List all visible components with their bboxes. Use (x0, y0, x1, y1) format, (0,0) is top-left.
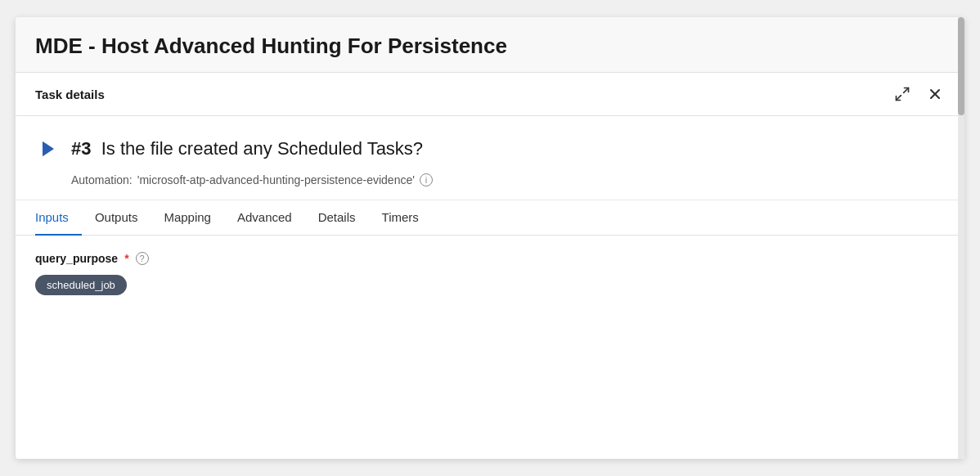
expand-button[interactable] (892, 84, 912, 104)
tab-mapping[interactable]: Mapping (151, 200, 224, 236)
panel-title: MDE - Host Advanced Hunting For Persiste… (35, 34, 945, 59)
tab-advanced[interactable]: Advanced (224, 200, 305, 236)
field-label: query_purpose (35, 252, 118, 265)
svg-marker-4 (43, 141, 54, 157)
inputs-content: query_purpose * ? scheduled_job (16, 236, 964, 459)
task-details-icons (892, 84, 945, 104)
tabs-bar: Inputs Outputs Mapping Advanced Details … (16, 200, 964, 236)
task-details-bar: Task details (16, 73, 964, 116)
scrollbar-thumb[interactable] (958, 17, 964, 115)
tab-inputs[interactable]: Inputs (35, 200, 82, 236)
automation-info-icon[interactable]: i (420, 173, 433, 186)
svg-line-0 (904, 88, 909, 93)
task-panel: MDE - Host Advanced Hunting For Persiste… (16, 17, 964, 459)
field-help-icon[interactable]: ? (136, 252, 149, 265)
tag-pill-scheduled-job[interactable]: scheduled_job (35, 275, 127, 295)
scrollbar-track[interactable] (958, 17, 964, 459)
panel-header: MDE - Host Advanced Hunting For Persiste… (16, 17, 964, 73)
close-button[interactable] (925, 84, 945, 104)
automation-name: 'microsoft-atp-advanced-hunting-persiste… (137, 173, 415, 186)
task-details-label: Task details (35, 88, 105, 101)
task-number-row: #3 Is the file created any Scheduled Tas… (35, 136, 945, 162)
tab-timers[interactable]: Timers (369, 200, 432, 236)
required-star: * (124, 252, 128, 265)
tab-outputs[interactable]: Outputs (82, 200, 151, 236)
automation-row: Automation: 'microsoft-atp-advanced-hunt… (35, 173, 945, 186)
task-number: #3 Is the file created any Scheduled Tas… (71, 138, 423, 159)
chevron-icon (35, 136, 61, 162)
field-label-row: query_purpose * ? (35, 252, 945, 265)
task-content: #3 Is the file created any Scheduled Tas… (16, 116, 964, 200)
automation-prefix: Automation: (71, 173, 133, 186)
tab-details[interactable]: Details (305, 200, 369, 236)
svg-line-1 (897, 96, 901, 101)
